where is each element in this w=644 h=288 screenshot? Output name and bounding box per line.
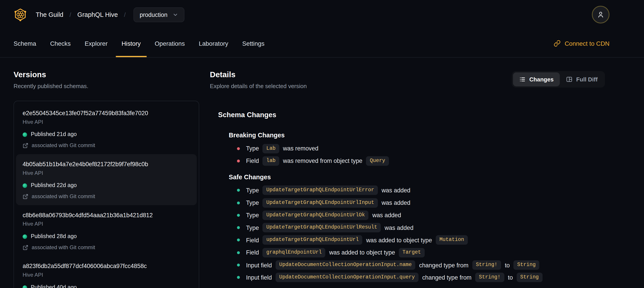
change-text: Type [246,145,259,152]
change-text: Field [246,158,259,164]
published-status-dot [22,234,27,238]
breaking-changes-group: Breaking Changes Type Lab was removed Fi… [229,131,605,167]
change-text: Field [246,237,259,243]
details-title: Details [210,70,307,79]
version-service: Hive API [22,220,190,228]
change-text: Type [246,212,259,218]
safe-changes-list: Type UpdateTargetGraphQLEndpointUrlError… [229,184,605,284]
full-diff-view-button[interactable]: Full Diff [560,72,604,86]
change-text: changed type from [422,274,472,281]
breadcrumb-project-link[interactable]: GraphQL Hive [77,11,118,19]
safe-bullet-dot [237,226,240,229]
safe-change-row: Type UpdateTargetGraphQLEndpointUrlResul… [237,221,605,234]
versions-panel: Versions Recently published schemas. e2e… [14,70,199,288]
safe-change-row: Field updateTargetGraphQLEndpointUrl was… [237,234,605,246]
breadcrumb-separator: / [70,11,71,18]
git-commit-link-label: associated with Git commit [32,193,95,200]
tab-schema[interactable]: Schema [7,29,43,57]
change-text: Field [246,249,259,256]
tab-settings[interactable]: Settings [235,29,271,57]
breaking-bullet-dot [237,160,240,162]
versions-list: e2e55045345ce13fe07f52a77459b83fa3fe7020… [14,101,199,288]
change-text: was removed from object type [283,158,362,164]
versions-subtitle: Recently published schemas. [14,82,199,90]
version-item[interactable]: c8b6e88a06793b9c4dfd54aaa21b36a1b421d812… [16,205,196,256]
change-code-chip: updateTargetGraphQLEndpointUrl [262,235,362,245]
hive-logo-icon[interactable] [14,8,27,22]
header-top-row: The Guild / GraphQL Hive / production [14,0,604,29]
version-item-selected[interactable]: 4b05ab51b1b4a7e2e4b0ef82172f2b9f7ef98c0b… [16,154,196,205]
version-item[interactable]: e2e55045345ce13fe07f52a77459b83fa3fe7020… [16,103,196,154]
details-header: Details Explore details of the selected … [210,70,605,90]
git-commit-link[interactable]: associated with Git commit [22,142,190,149]
tab-laboratory[interactable]: Laboratory [192,29,235,57]
safe-change-row: Field graphqlEndpointUrl was added to ob… [237,246,605,259]
safe-change-row: Type UpdateTargetGraphQLEndpointUrlError… [237,184,605,197]
connect-to-cdn-link[interactable]: Connect to CDN [554,29,610,57]
version-published-row: Published 28d ago [22,232,190,240]
chevron-down-icon [172,12,178,18]
tab-bar-row: Schema Checks Explorer History Operation… [14,29,604,57]
safe-change-row: Type UpdateTargetGraphQLEndpointUrlInput… [237,197,605,209]
safe-change-row: Input field UpdateDocumentCollectionOper… [237,271,605,284]
version-hash: 4b05ab51b1b4a7e2e4b0ef82172f2b9f7ef98c0b [22,160,190,168]
change-text: was added to object type [366,237,432,243]
change-text: Type [246,187,259,194]
git-commit-link[interactable]: associated with Git commit [22,244,190,251]
change-text: was added [385,224,414,231]
published-status-dot [22,132,27,137]
breadcrumb-separator: / [124,11,126,18]
change-code-chip: Mutation [436,235,468,245]
details-subtitle: Explore details of the selected version [210,82,307,90]
change-text: changed type from [419,262,468,268]
breaking-changes-list: Type Lab was removed Field lab was remov… [229,142,605,167]
change-code-chip: graphqlEndpointUrl [262,248,326,257]
version-item[interactable]: a823f6db2a55df877dcf406006abca97fcc4858c… [16,256,196,288]
safe-bullet-dot [237,251,240,254]
change-text: was added [372,212,401,218]
tab-checks[interactable]: Checks [43,29,78,57]
changes-view-label: Changes [529,76,554,83]
tab-explorer[interactable]: Explorer [78,29,114,57]
breadcrumb-org-link[interactable]: The Guild [36,11,64,19]
breaking-changes-title: Breaking Changes [229,131,605,139]
change-code-chip: Query [366,156,389,166]
git-commit-link[interactable]: associated with Git commit [22,193,190,200]
details-panel: Details Explore details of the selected … [210,70,605,288]
version-published-row: Published 40d ago [22,283,190,288]
change-code-chip: Target [399,248,424,257]
safe-bullet-dot [237,263,240,266]
version-hash: c8b6e88a06793b9c4dfd54aaa21b36a1b421d812 [22,211,190,219]
user-menu-button[interactable] [592,6,610,24]
change-text: to [505,262,510,268]
external-link-icon [22,194,28,199]
main-content: Versions Recently published schemas. e2e… [0,58,644,288]
breaking-change-row: Field lab was removed from object type Q… [237,155,605,167]
safe-bullet-dot [237,214,240,216]
change-code-chip: UpdateTargetGraphQLEndpointUrlError [262,185,378,195]
user-icon [597,11,604,19]
safe-bullet-dot [237,276,240,279]
safe-change-row: Input field UpdateDocumentCollectionOper… [237,259,605,271]
change-code-chip: String [514,260,540,270]
change-text: was added [382,187,410,194]
published-status-dot [22,285,27,288]
tab-history[interactable]: History [114,29,148,57]
change-text: Type [246,199,259,206]
target-selector[interactable]: production [134,7,184,22]
tab-operations[interactable]: Operations [148,29,192,57]
version-published-label: Published 22d ago [31,181,77,189]
change-code-chip: UpdateTargetGraphQLEndpointUrlResult [262,223,381,232]
schema-changes-section: Schema Changes Breaking Changes Type Lab… [210,110,605,284]
change-text: to [508,274,513,281]
safe-bullet-dot [237,189,240,192]
version-published-label: Published 28d ago [31,232,77,240]
changes-view-button[interactable]: Changes [513,72,560,86]
header: The Guild / GraphQL Hive / production [0,0,644,58]
change-code-chip: UpdateDocumentCollectionOperationInput.n… [276,260,415,270]
external-link-icon [22,143,28,148]
version-published-row: Published 22d ago [22,181,190,189]
safe-change-row: Type UpdateTargetGraphQLEndpointUrlOk wa… [237,209,605,221]
link-icon [554,40,561,47]
external-link-icon [22,245,28,250]
